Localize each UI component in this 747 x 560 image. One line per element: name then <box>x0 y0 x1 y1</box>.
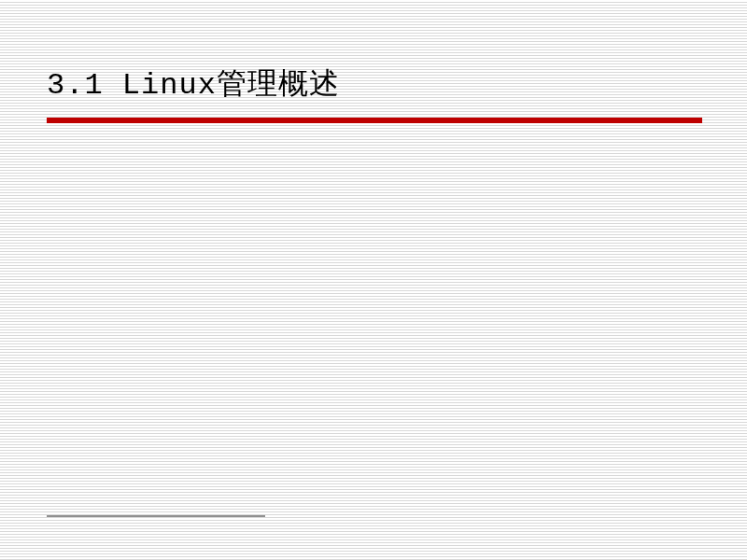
title-container: 3.1 Linux管理概述 <box>47 63 702 123</box>
title-underline <box>47 118 702 123</box>
footer-divider <box>47 515 265 517</box>
slide-title: 3.1 Linux管理概述 <box>47 63 702 118</box>
presentation-slide: 3.1 Linux管理概述 <box>0 0 747 560</box>
